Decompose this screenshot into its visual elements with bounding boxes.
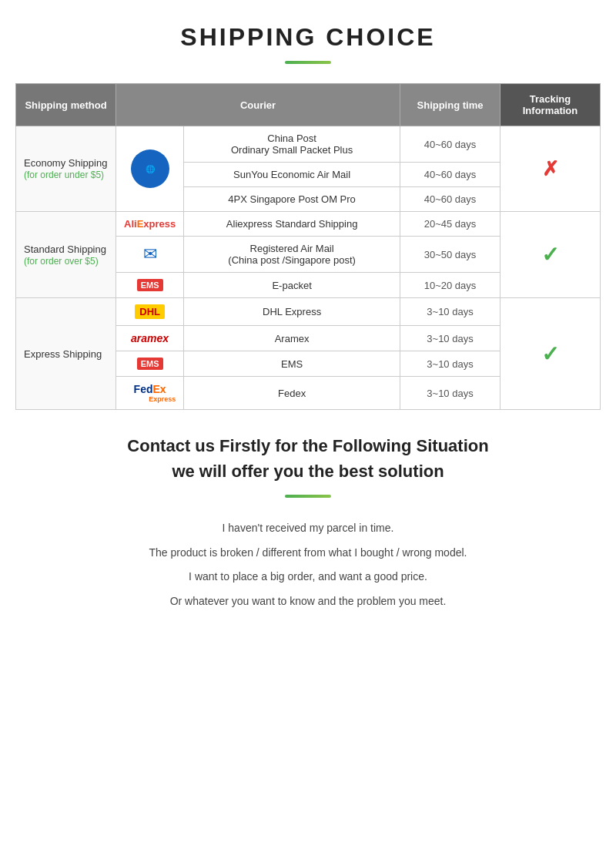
ems-logo-cell-1: EMS	[116, 273, 184, 298]
shipping-table: Shipping method Courier Shipping time Tr…	[15, 83, 601, 410]
standard-tracking: ✓	[500, 212, 601, 298]
contact-section: Contact us Firstly for the Following Sit…	[15, 433, 601, 609]
contact-item-2: The product is broken / different from w…	[15, 546, 601, 561]
ems-logo-1: EMS	[137, 279, 163, 291]
page-title: SHIPPING CHOICE	[15, 23, 601, 52]
title-divider	[285, 61, 331, 64]
economy-time-1: 40~60 days	[400, 126, 500, 163]
standard-courier-3: E-packet	[184, 273, 400, 298]
ems-logo-2: EMS	[137, 358, 163, 370]
check-icon-express: ✓	[541, 342, 559, 366]
contact-item-4: Or whatever you want to know and the pro…	[15, 594, 601, 609]
economy-row-1: Economy Shipping (for order under $5) 🌐 …	[16, 126, 601, 163]
economy-courier-1: China PostOrdinary Small Packet Plus	[184, 126, 400, 163]
express-courier-2: Aramex	[184, 326, 400, 351]
contact-list: I haven't received my parcel in time. Th…	[15, 521, 601, 609]
express-row-1: Express Shipping DHL DHL Express 3~10 da…	[16, 298, 601, 326]
economy-courier-3: 4PX Singapore Post OM Pro	[184, 187, 400, 212]
contact-divider	[285, 495, 331, 498]
aliexpress-logo: AliExpress	[124, 218, 176, 230]
airmail-logo: ✉	[143, 244, 157, 264]
contact-title: Contact us Firstly for the Following Sit…	[15, 433, 601, 484]
col-courier: Courier	[116, 84, 400, 126]
page-wrapper: SHIPPING CHOICE Shipping method Courier …	[0, 0, 616, 647]
express-time-4: 3~10 days	[400, 377, 500, 410]
express-method-name: Express Shipping	[24, 348, 102, 360]
standard-method-sub: (for order over $5)	[24, 256, 99, 267]
express-tracking: ✓	[500, 298, 601, 410]
col-tracking: TrackingInformation	[500, 84, 601, 126]
economy-method-cell: Economy Shipping (for order under $5)	[16, 126, 116, 212]
express-courier-4: Fedex	[184, 377, 400, 410]
un-logo: 🌐	[131, 149, 169, 188]
economy-courier-2: SunYou Economic Air Mail	[184, 163, 400, 187]
standard-time-1: 20~45 days	[400, 212, 500, 237]
contact-item-1: I haven't received my parcel in time.	[15, 521, 601, 536]
standard-method-name: Standard Shipping	[24, 243, 106, 255]
col-method: Shipping method	[16, 84, 116, 126]
check-icon-standard: ✓	[541, 243, 559, 267]
standard-row-1: Standard Shipping (for order over $5) Al…	[16, 212, 601, 237]
economy-time-3: 40~60 days	[400, 187, 500, 212]
aliexpress-logo-cell: AliExpress	[116, 212, 184, 237]
airmail-logo-cell: ✉	[116, 237, 184, 273]
standard-method-cell: Standard Shipping (for order over $5)	[16, 212, 116, 298]
standard-courier-2: Registered Air Mail(China post /Singapor…	[184, 237, 400, 273]
economy-method-sub: (for order under $5)	[24, 170, 104, 180]
standard-time-3: 10~20 days	[400, 273, 500, 298]
aramex-logo: aramex	[131, 332, 169, 344]
standard-time-2: 30~50 days	[400, 237, 500, 273]
aramex-logo-cell: aramex	[116, 326, 184, 351]
express-time-3: 3~10 days	[400, 351, 500, 377]
express-method-cell: Express Shipping	[16, 298, 116, 410]
cross-icon: ✗	[542, 157, 559, 180]
ems-logo-cell-2: EMS	[116, 351, 184, 377]
economy-logo-cell: 🌐	[116, 126, 184, 212]
standard-courier-1: Aliexpress Standard Shipping	[184, 212, 400, 237]
express-courier-3: EMS	[184, 351, 400, 377]
express-courier-1: DHL Express	[184, 298, 400, 326]
col-time: Shipping time	[400, 84, 500, 126]
fedex-logo-cell: FedEx Express	[116, 377, 184, 410]
economy-tracking: ✗	[500, 126, 601, 212]
dhl-logo-cell: DHL	[116, 298, 184, 326]
express-time-2: 3~10 days	[400, 326, 500, 351]
economy-method-name: Economy Shipping	[24, 157, 107, 169]
fedex-logo: FedEx Express	[124, 383, 176, 403]
contact-item-3: I want to place a big order, and want a …	[15, 569, 601, 585]
express-time-1: 3~10 days	[400, 298, 500, 326]
dhl-logo: DHL	[135, 304, 165, 319]
economy-time-2: 40~60 days	[400, 163, 500, 187]
